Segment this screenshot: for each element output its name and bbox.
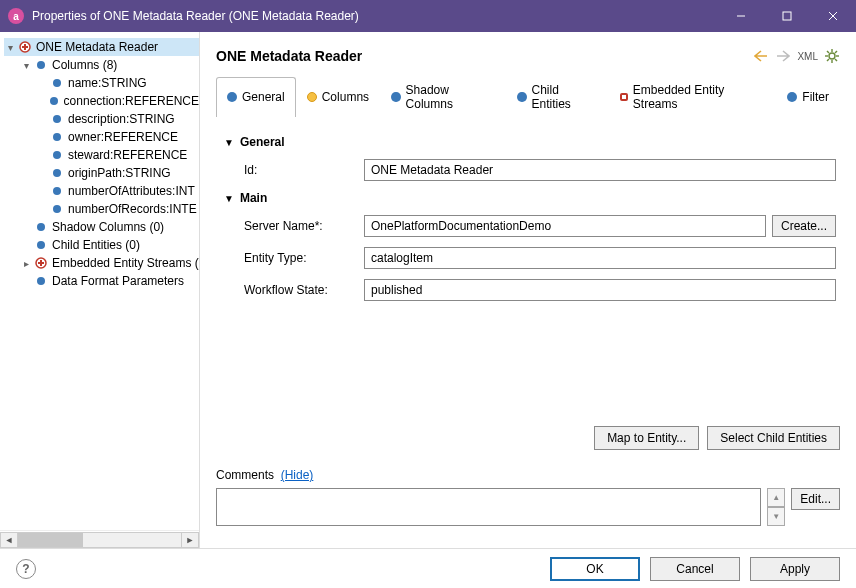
tab-shadow[interactable]: Shadow Columns (380, 77, 506, 117)
svg-point-8 (53, 79, 61, 87)
tree-label: originPath:STRING (68, 166, 171, 180)
tree-label: numberOfRecords:INTE (68, 202, 197, 216)
ok-button[interactable]: OK (550, 557, 640, 581)
titlebar: a Properties of ONE Metadata Reader (ONE… (0, 0, 856, 32)
close-button[interactable] (810, 0, 856, 32)
label-entity: Entity Type: (244, 251, 364, 265)
scroll-track[interactable] (18, 532, 181, 548)
svg-line-27 (827, 51, 829, 53)
tree-col-item[interactable]: ·numberOfRecords:INTE (4, 200, 199, 218)
caret-down-icon: ▼ (224, 137, 234, 148)
caret-down-icon: ▼ (224, 193, 234, 204)
section-general[interactable]: ▼General (224, 135, 836, 149)
xml-button[interactable]: XML (797, 51, 818, 62)
tab-embedded[interactable]: Embedded Entity Streams (609, 77, 776, 117)
footer: ? OK Cancel Apply (0, 548, 856, 588)
maximize-button[interactable] (764, 0, 810, 32)
svg-point-16 (37, 223, 45, 231)
sidebar: ▾ ONE Metadata Reader ▾ Columns (8) ·nam… (0, 32, 200, 548)
tab-label: Columns (322, 90, 369, 104)
spin-down-icon[interactable]: ▼ (767, 507, 785, 526)
bullet-icon (34, 238, 48, 252)
workflow-state-input[interactable] (364, 279, 836, 301)
apply-button[interactable]: Apply (750, 557, 840, 581)
tree-col-item[interactable]: ·steward:REFERENCE (4, 146, 199, 164)
tab-bullet-icon (787, 92, 797, 102)
section-main[interactable]: ▼Main (224, 191, 836, 205)
svg-point-12 (53, 151, 61, 159)
tree-child[interactable]: ·Child Entities (0) (4, 236, 199, 254)
component-icon (18, 40, 32, 54)
svg-point-15 (53, 205, 61, 213)
select-child-entities-button[interactable]: Select Child Entities (707, 426, 840, 450)
comments-section: Comments (Hide) ▲▼ Edit... (216, 468, 840, 526)
tab-warn-icon (307, 92, 317, 102)
svg-line-28 (835, 59, 837, 61)
bullet-icon (34, 220, 48, 234)
tab-label: Filter (802, 90, 829, 104)
tabs: General Columns Shadow Columns Child Ent… (216, 76, 840, 117)
bullet-icon (34, 58, 48, 72)
minimize-button[interactable] (718, 0, 764, 32)
tree-col-item[interactable]: ·numberOfAttributes:INT (4, 182, 199, 200)
back-icon[interactable] (753, 48, 769, 64)
map-to-entity-button[interactable]: Map to Entity... (594, 426, 699, 450)
id-input[interactable] (364, 159, 836, 181)
svg-point-10 (53, 115, 61, 123)
svg-line-29 (835, 51, 837, 53)
app-icon: a (8, 8, 24, 24)
help-icon[interactable]: ? (16, 559, 36, 579)
tree-label: numberOfAttributes:INT (68, 184, 195, 198)
tab-filter[interactable]: Filter (776, 77, 840, 117)
tree-label: connection:REFERENCE (64, 94, 199, 108)
tab-label: General (242, 90, 285, 104)
create-button[interactable]: Create... (772, 215, 836, 237)
svg-rect-20 (38, 262, 44, 264)
page-title: ONE Metadata Reader (216, 48, 753, 64)
edit-button[interactable]: Edit... (791, 488, 840, 510)
tab-child[interactable]: Child Entities (506, 77, 609, 117)
tree-shadow[interactable]: ·Shadow Columns (0) (4, 218, 199, 236)
tree-col-item[interactable]: ·owner:REFERENCE (4, 128, 199, 146)
tree-embedded[interactable]: ▸Embedded Entity Streams ( (4, 254, 199, 272)
tab-bullet-icon (391, 92, 401, 102)
svg-point-17 (37, 241, 45, 249)
bullet-icon (50, 76, 64, 90)
svg-rect-6 (22, 46, 28, 48)
comments-textarea[interactable] (216, 488, 761, 526)
tree-col-item[interactable]: ·originPath:STRING (4, 164, 199, 182)
svg-point-11 (53, 133, 61, 141)
tab-columns[interactable]: Columns (296, 77, 380, 117)
scroll-left-button[interactable]: ◄ (0, 532, 18, 548)
scroll-thumb[interactable] (18, 533, 83, 547)
spin-buttons[interactable]: ▲▼ (767, 488, 785, 526)
tab-general[interactable]: General (216, 77, 296, 117)
tree-label: description:STRING (68, 112, 175, 126)
tab-label: Embedded Entity Streams (633, 83, 765, 111)
server-name-input[interactable] (364, 215, 766, 237)
svg-point-22 (829, 53, 835, 59)
cancel-button[interactable]: Cancel (650, 557, 740, 581)
tree-root[interactable]: ▾ ONE Metadata Reader (4, 38, 199, 56)
tree-label: Child Entities (0) (52, 238, 140, 252)
entity-type-input[interactable] (364, 247, 836, 269)
tree-label: name:STRING (68, 76, 147, 90)
svg-point-9 (50, 97, 58, 105)
main-panel: ONE Metadata Reader XML General Columns … (200, 32, 856, 548)
hide-link[interactable]: (Hide) (281, 468, 314, 482)
tree[interactable]: ▾ ONE Metadata Reader ▾ Columns (8) ·nam… (0, 38, 199, 530)
scroll-right-button[interactable]: ► (181, 532, 199, 548)
bullet-icon (50, 184, 64, 198)
component-icon (34, 256, 48, 270)
tree-col-item[interactable]: ·connection:REFERENCE (4, 92, 199, 110)
tree-col-item[interactable]: ·description:STRING (4, 110, 199, 128)
tree-columns[interactable]: ▾ Columns (8) (4, 56, 199, 74)
spin-up-icon[interactable]: ▲ (767, 488, 785, 507)
horizontal-scrollbar[interactable]: ◄ ► (0, 530, 199, 548)
gear-icon[interactable] (824, 48, 840, 64)
forward-icon[interactable] (775, 48, 791, 64)
bullet-icon (34, 274, 48, 288)
tree-col-item[interactable]: ·name:STRING (4, 74, 199, 92)
tree-label: Embedded Entity Streams ( (52, 256, 199, 270)
tree-format[interactable]: ·Data Format Parameters (4, 272, 199, 290)
